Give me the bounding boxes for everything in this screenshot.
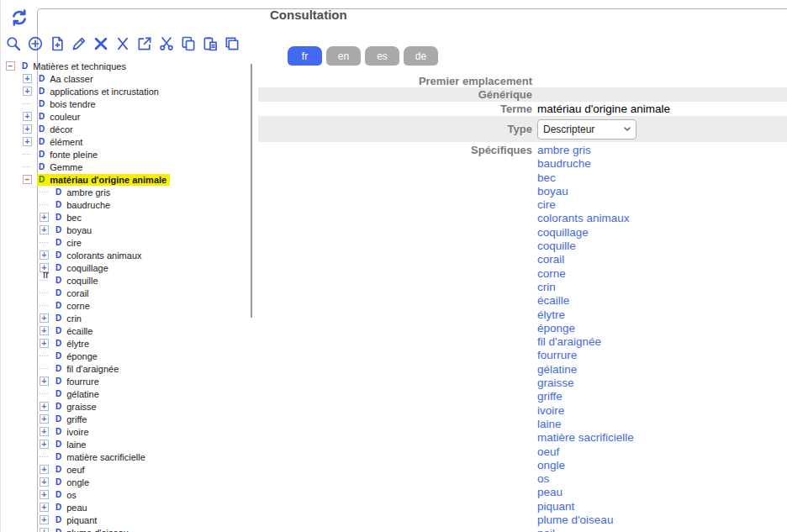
tree-item-label[interactable]: colorants animaux	[66, 250, 141, 261]
tree-item[interactable]: + Doeuf	[3, 463, 250, 476]
tree-expander-icon[interactable]: +	[40, 225, 49, 234]
tree-item[interactable]: DGemme	[3, 161, 250, 173]
delete-icon[interactable]	[92, 34, 109, 52]
specific-term-link[interactable]: plume d'oiseau	[537, 514, 634, 527]
tree-item-label[interactable]: Gemme	[50, 162, 82, 172]
open-in-new-icon[interactable]	[135, 34, 153, 52]
tree-item[interactable]: Dambre gris	[3, 186, 250, 198]
tree-item-label[interactable]: ivoire	[66, 427, 88, 437]
tree-item[interactable]: + Dcrin	[3, 312, 250, 324]
tree-item-label[interactable]: boyau	[66, 225, 92, 235]
tree-item-label[interactable]: écaille	[66, 326, 92, 336]
specific-term-link[interactable]: griffe	[537, 390, 634, 403]
tree-item-label[interactable]: os	[66, 490, 77, 500]
specific-term-link[interactable]: bec	[537, 171, 634, 185]
tree-item[interactable]: Dcorail	[3, 287, 250, 299]
tree-item[interactable]: Dcire	[3, 236, 250, 249]
tree-expander-icon[interactable]: +	[40, 339, 49, 348]
specific-term-link[interactable]: os	[537, 472, 634, 486]
tree-item[interactable]: + Dpiquant	[3, 514, 250, 526]
cut-icon[interactable]	[157, 34, 175, 52]
type-select[interactable]: Descripteur	[537, 119, 636, 140]
tree-item-label[interactable]: graisse	[66, 402, 96, 412]
tree-expander-icon[interactable]: −	[23, 175, 32, 184]
add-icon[interactable]	[26, 34, 44, 52]
tab-de[interactable]: de	[404, 46, 438, 66]
specific-term-link[interactable]: laine	[537, 418, 634, 431]
tab-es[interactable]: es	[365, 46, 399, 66]
tree-item-label[interactable]: décor	[50, 124, 73, 134]
tree-expander-icon[interactable]: +	[40, 313, 49, 323]
specific-term-link[interactable]: corail	[537, 253, 634, 266]
tree-item[interactable]: + Dgriffe	[3, 413, 250, 425]
tree-expander-icon[interactable]: +	[40, 427, 49, 436]
tree-item[interactable]: − DMatières et techniques	[3, 60, 250, 72]
specific-term-link[interactable]: colorants animaux	[537, 212, 634, 225]
tree-item[interactable]: Déponge	[3, 350, 250, 362]
tree-item[interactable]: + Dcolorants animaux	[3, 249, 250, 261]
tree-expander-icon[interactable]: +	[23, 112, 32, 121]
specific-term-link[interactable]: coquillage	[537, 226, 634, 240]
tree-item[interactable]: Dbaudruche	[3, 198, 250, 211]
tree-item-label[interactable]: peau	[66, 503, 87, 513]
tree-item-label[interactable]: couleur	[50, 112, 80, 122]
tree-item[interactable]: Dbois tendre	[3, 97, 250, 110]
specific-term-link[interactable]: ambre gris	[537, 144, 634, 157]
specific-term-link[interactable]: boyau	[537, 185, 634, 198]
tree-item-label[interactable]: Matières et techniques	[33, 61, 126, 71]
tree-item[interactable]: + DAa classer	[3, 72, 250, 85]
specific-term-link[interactable]: baudruche	[537, 157, 634, 171]
tree-expander-icon[interactable]: +	[40, 465, 49, 474]
tree-item[interactable]: + Dfourrure	[3, 375, 250, 387]
tree-expander-icon[interactable]: +	[40, 490, 49, 499]
tree-expander-icon[interactable]: +	[40, 440, 49, 449]
tree-item[interactable]: Dgélatine	[3, 387, 250, 400]
tree-item-label[interactable]: ambre gris	[66, 187, 110, 198]
tree-item[interactable]: + Dplume d'oiseau	[3, 526, 250, 532]
tree-item-label[interactable]: corail	[66, 288, 88, 298]
tree-item[interactable]: Dcoquille	[3, 274, 250, 287]
tree-item[interactable]: − Dmatériau d'origine animale	[3, 173, 250, 186]
tree-item-label[interactable]: matière sacrificielle	[66, 452, 145, 462]
tree-item-label[interactable]: piquant	[66, 515, 97, 525]
edit-icon[interactable]	[70, 34, 87, 52]
tree-item-label[interactable]: crin	[66, 313, 82, 324]
specific-term-link[interactable]: crin	[537, 281, 634, 294]
tree-expander-icon[interactable]: +	[40, 377, 49, 386]
tree-item-label[interactable]: bec	[66, 213, 82, 223]
specific-term-link[interactable]: matière sacrificielle	[537, 431, 634, 445]
tree-expander-icon[interactable]: +	[40, 213, 49, 222]
duplicate-icon[interactable]	[223, 34, 240, 52]
tree-item-label[interactable]: applications et incrustation	[50, 87, 159, 97]
tree-item-label[interactable]: éponge	[66, 351, 98, 361]
tree-item-label[interactable]: bois tendre	[50, 99, 95, 109]
tree-expander-icon[interactable]: +	[40, 528, 49, 532]
tree-item-label[interactable]: élytre	[66, 339, 89, 349]
specific-term-link[interactable]: fil d'araignée	[537, 335, 634, 349]
specific-term-link[interactable]: ongle	[537, 459, 634, 472]
tree-item-label[interactable]: Aa classer	[50, 74, 92, 84]
specific-term-link[interactable]: poil	[537, 527, 634, 532]
tree-item[interactable]: Dfil d'araignée	[3, 362, 250, 375]
specific-term-link[interactable]: corne	[537, 267, 634, 281]
tree-expander-icon[interactable]: +	[40, 414, 49, 424]
tree-expander-icon[interactable]: −	[6, 61, 15, 71]
specific-term-link[interactable]: fourrure	[537, 349, 634, 362]
tree-item[interactable]: + Dboyau	[3, 224, 250, 236]
tree-item[interactable]: + Divoire	[3, 425, 250, 438]
tree-item[interactable]: + Dpeau	[3, 501, 250, 514]
tree-expander-icon[interactable]: +	[23, 137, 32, 146]
tree-item-label[interactable]: baudruche	[66, 200, 110, 210]
tree-item[interactable]: + Dapplications et incrustation	[3, 85, 250, 97]
tree-item[interactable]: Dfonte pleine	[3, 148, 250, 161]
tree-expander-icon[interactable]: +	[40, 515, 49, 524]
tree-item[interactable]: + Dgraisse	[3, 400, 250, 413]
tree-item-label[interactable]: élément	[50, 137, 82, 147]
tree-expander-icon[interactable]: +	[40, 263, 49, 272]
specific-term-link[interactable]: coquille	[537, 240, 634, 253]
tree-expander-icon[interactable]: +	[40, 326, 49, 335]
panel-splitter[interactable]	[251, 64, 252, 318]
tab-fr[interactable]: fr	[288, 46, 322, 66]
tree-expander-icon[interactable]: +	[40, 477, 49, 487]
tree-item-label[interactable]: coquille	[66, 276, 98, 286]
